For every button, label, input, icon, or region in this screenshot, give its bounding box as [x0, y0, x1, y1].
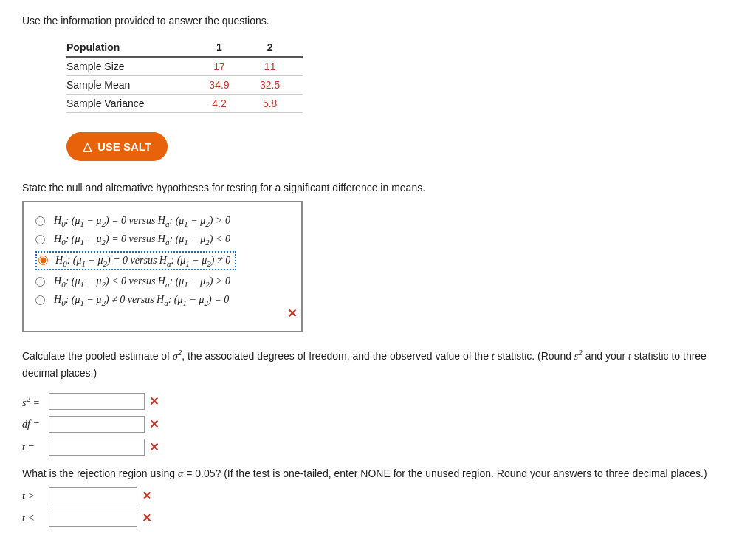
- t-input-row: t = ✕: [22, 439, 734, 456]
- cell-mean2: 32.5: [252, 76, 303, 95]
- t-gt-input[interactable]: [49, 487, 137, 504]
- s2-input-row: s2 = ✕: [22, 393, 734, 410]
- hypothesis-radio-3[interactable]: [38, 256, 48, 265]
- col-1: 1: [202, 38, 252, 57]
- table-row: Sample Mean 34.9 32.5: [66, 76, 303, 95]
- df-label: df =: [22, 419, 44, 431]
- hypothesis-radio-4[interactable]: [35, 277, 45, 287]
- row-label: Sample Size: [66, 57, 202, 76]
- hypothesis-option-4[interactable]: H0: (μ1 − μ2) < 0 versus Ha: (μ1 − μ2) >…: [35, 275, 289, 289]
- hyp2-text: H0: (μ1 − μ2) = 0 versus Ha: (μ1 − μ2) <…: [54, 233, 230, 247]
- t-lt-clear-icon[interactable]: ✕: [142, 511, 151, 525]
- t-clear-icon[interactable]: ✕: [149, 440, 159, 454]
- hypothesis-instruction: State the null and alternative hypothese…: [22, 182, 734, 193]
- salt-button-label: USE SALT: [97, 140, 151, 153]
- rejection-section: What is the rejection region using α = 0…: [22, 467, 734, 527]
- col-2: 2: [252, 38, 303, 57]
- cell-n2: 11: [252, 57, 303, 76]
- intro-text: Use the information provided to answer t…: [22, 15, 734, 27]
- row-label: Sample Mean: [66, 76, 202, 95]
- hypothesis-option-5[interactable]: H0: (μ1 − μ2) ≠ 0 versus Ha: (μ1 − μ2) =…: [35, 293, 289, 307]
- hyp4-text: H0: (μ1 − μ2) < 0 versus Ha: (μ1 − μ2) >…: [54, 275, 230, 289]
- cell-var1: 4.2: [202, 95, 252, 113]
- t-gt-clear-icon[interactable]: ✕: [142, 489, 151, 503]
- calc-instruction: Calculate the pooled estimate of σ2, the…: [22, 346, 734, 383]
- cell-var2: 5.8: [252, 95, 303, 113]
- salt-icon: △: [83, 140, 92, 154]
- hypothesis-radio-1[interactable]: [35, 216, 45, 226]
- close-icon[interactable]: ✕: [287, 306, 297, 321]
- hypothesis-option-1[interactable]: H0: (μ1 − μ2) = 0 versus Ha: (μ1 − μ2) >…: [35, 214, 289, 228]
- t-lt-row: t < ✕: [22, 510, 734, 527]
- col-population: Population: [66, 38, 202, 57]
- t-label: t =: [22, 442, 44, 453]
- hyp5-text: H0: (μ1 − μ2) ≠ 0 versus Ha: (μ1 − μ2) =…: [54, 293, 229, 307]
- cell-n1: 17: [202, 57, 252, 76]
- hypothesis-option-3[interactable]: H0: (μ1 − μ2) = 0 versus Ha: (μ1 − μ2) ≠…: [35, 251, 289, 271]
- s2-clear-icon[interactable]: ✕: [149, 394, 159, 408]
- df-input[interactable]: [49, 416, 145, 433]
- t-lt-input[interactable]: [49, 510, 137, 527]
- t-gt-row: t > ✕: [22, 487, 734, 504]
- selected-option-wrapper: H0: (μ1 − μ2) = 0 versus Ha: (μ1 − μ2) ≠…: [35, 251, 236, 271]
- hypothesis-box: H0: (μ1 − μ2) = 0 versus Ha: (μ1 − μ2) >…: [22, 201, 303, 332]
- hypothesis-radio-5[interactable]: [35, 295, 45, 305]
- hyp3-text: H0: (μ1 − μ2) = 0 versus Ha: (μ1 − μ2) ≠…: [55, 254, 230, 268]
- s2-input[interactable]: [49, 393, 145, 410]
- table-row: Sample Variance 4.2 5.8: [66, 95, 303, 113]
- t-input[interactable]: [49, 439, 145, 456]
- s2-label: s2 =: [22, 394, 44, 409]
- rejection-instruction: What is the rejection region using α = 0…: [22, 467, 734, 480]
- cell-mean1: 34.9: [202, 76, 252, 95]
- t-gt-label: t >: [22, 490, 44, 502]
- df-input-row: df = ✕: [22, 416, 734, 433]
- df-clear-icon[interactable]: ✕: [149, 417, 159, 431]
- hypothesis-option-2[interactable]: H0: (μ1 − μ2) = 0 versus Ha: (μ1 − μ2) <…: [35, 233, 289, 247]
- table-row: Sample Size 17 11: [66, 57, 303, 76]
- t-lt-label: t <: [22, 513, 44, 524]
- hypothesis-radio-2[interactable]: [35, 235, 45, 244]
- row-label: Sample Variance: [66, 95, 202, 113]
- use-salt-button[interactable]: △ USE SALT: [66, 132, 168, 161]
- data-table: Population 1 2 Sample Size 17 11 Sample …: [66, 38, 303, 113]
- hyp1-text: H0: (μ1 − μ2) = 0 versus Ha: (μ1 − μ2) >…: [54, 214, 230, 228]
